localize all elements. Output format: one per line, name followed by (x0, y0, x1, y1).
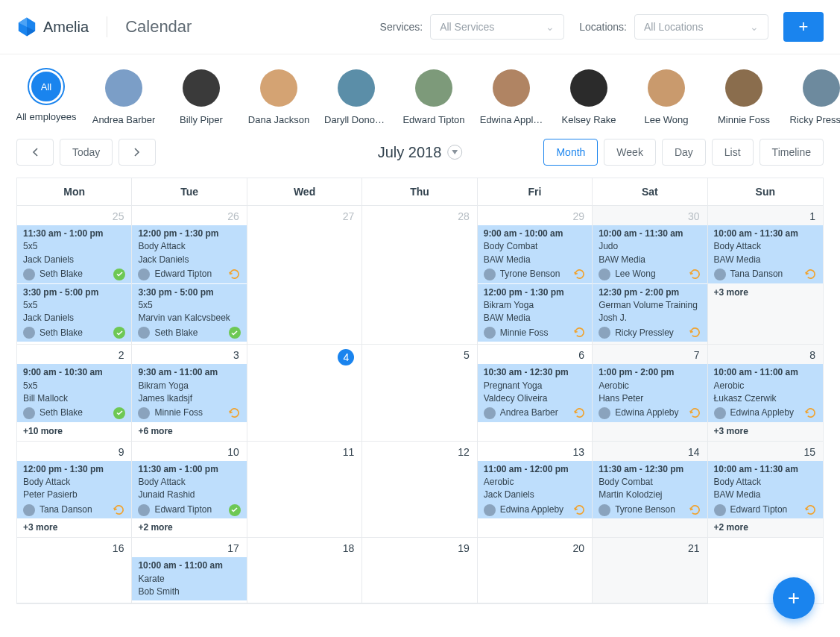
day-cell[interactable]: 299:00 am - 10:00 amBody CombatBAW Media… (478, 206, 593, 345)
calendar-event[interactable]: 11:30 am - 1:00 pm5x5Jack DanielsSeth Bl… (17, 225, 131, 283)
calendar-event[interactable]: 11:30 am - 12:30 pmBody CombatMartin Kol… (593, 461, 707, 519)
employee-filter-dana[interactable]: Dana Jackson (249, 69, 309, 125)
employee-name: Dana Jackson (248, 114, 309, 125)
day-cell[interactable]: 28 (362, 206, 477, 345)
locations-select[interactable]: All Locations ⌄ (634, 14, 768, 40)
calendar-event[interactable]: 1:00 pm - 2:00 pmAerobicHans PeterEdwina… (593, 364, 707, 422)
employee-filter-lee[interactable]: Lee Wong (637, 69, 696, 125)
day-cell[interactable]: 20 (478, 538, 593, 603)
day-cell[interactable]: 2511:30 am - 1:00 pm5x5Jack DanielsSeth … (17, 206, 132, 345)
more-events-link[interactable]: +2 more (708, 519, 823, 536)
prev-button[interactable] (16, 139, 54, 166)
employee-filter-ricky[interactable]: Ricky Pressley (792, 69, 840, 125)
day-cell[interactable]: 1311:00 am - 12:00 pmAerobicJack Daniels… (478, 442, 593, 539)
day-cell[interactable]: 110:00 am - 11:30 amBody AttackBAW Media… (708, 206, 823, 345)
day-cell[interactable]: 1510:00 am - 11:30 amBody AttackBAW Medi… (708, 442, 823, 539)
calendar-event[interactable]: 9:30 am - 11:00 amBikram YogaJames lkads… (132, 364, 246, 422)
more-events-link[interactable]: +2 more (132, 519, 246, 536)
day-cell[interactable]: 39:30 am - 11:00 amBikram YogaJames lkad… (132, 345, 247, 442)
view-tab-timeline[interactable]: Timeline (760, 139, 824, 166)
event-attendee: Tana Danson (23, 503, 125, 516)
day-cell[interactable]: 21 (593, 538, 707, 603)
avatar (599, 407, 610, 419)
calendar-event[interactable]: 10:00 am - 11:30 amBody AttackBAW MediaT… (708, 225, 823, 283)
event-client: BAW Media (484, 312, 586, 324)
services-select[interactable]: All Services ⌄ (430, 14, 564, 40)
day-cell[interactable]: 1411:30 am - 12:30 pmBody CombatMartin K… (593, 442, 707, 539)
employee-filter-all[interactable]: AllAll employees (16, 69, 76, 125)
view-tab-day[interactable]: Day (662, 139, 706, 166)
day-cell[interactable]: 810:00 am - 11:00 amAerobicŁukasz Czerwi… (708, 345, 823, 442)
view-tab-month[interactable]: Month (543, 139, 598, 166)
employee-filter-andrea[interactable]: Andrea Barber (94, 69, 154, 125)
event-attendee: Lee Wong (599, 268, 701, 280)
more-events-link[interactable]: +6 more (132, 423, 246, 439)
day-cell[interactable]: 19 (362, 538, 477, 603)
calendar-event[interactable]: 10:00 am - 11:30 amBody AttackBAW MediaE… (708, 461, 823, 519)
recurring-icon (805, 504, 816, 515)
event-status (574, 504, 586, 516)
employee-filter-daryll[interactable]: Daryll Donov… (326, 69, 386, 125)
calendar-event[interactable]: 3:30 pm - 5:00 pm5x5Jack DanielsSeth Bla… (17, 284, 131, 342)
employee-name: Kelsey Rake (562, 114, 616, 125)
day-cell[interactable]: 610:30 am - 12:30 pmPregnant YogaValdecy… (478, 345, 593, 442)
event-time: 11:00 am - 12:00 pm (484, 463, 586, 476)
calendar-event[interactable]: 11:30 am - 1:00 pmBody AttackJunaid Rash… (132, 461, 246, 519)
calendar-grid: MonTueWedThuFriSatSun 2511:30 am - 1:00 … (16, 178, 824, 604)
day-cell[interactable]: 11 (247, 442, 362, 539)
attendee-name: Edwina Appleby (730, 407, 794, 419)
day-cell[interactable]: 1011:30 am - 1:00 pmBody AttackJunaid Ra… (132, 442, 247, 539)
view-tab-week[interactable]: Week (604, 139, 656, 166)
more-events-link[interactable]: +3 more (708, 423, 823, 439)
logo[interactable]: Amelia (16, 16, 89, 37)
today-button[interactable]: Today (60, 139, 113, 166)
more-events-link[interactable]: +10 more (17, 423, 131, 439)
day-cell[interactable]: 1710:00 am - 11:00 amKarateBob Smith (132, 538, 247, 603)
calendar-event[interactable]: 12:00 pm - 1:30 pmBody AttackPeter Pasie… (17, 461, 131, 519)
caret-down-icon (452, 150, 458, 154)
employee-filter-minnie[interactable]: Minnie Foss (714, 69, 774, 125)
next-button[interactable] (119, 139, 156, 166)
calendar-event[interactable]: 10:00 am - 11:00 amKarateBob Smith (132, 557, 246, 600)
day-cell[interactable]: 3010:00 am - 11:30 amJudoBAW MediaLee Wo… (593, 206, 707, 345)
calendar-event[interactable]: 10:00 am - 11:30 amJudoBAW MediaLee Wong (593, 225, 707, 283)
day-cell[interactable]: 12 (362, 442, 477, 539)
calendar-event[interactable]: 11:00 am - 12:00 pmAerobicJack DanielsEd… (478, 461, 592, 519)
calendar-event[interactable]: 10:30 am - 12:30 pmPregnant YogaValdecy … (478, 364, 592, 422)
employee-filter-edwina[interactable]: Edwina Appl… (481, 69, 541, 125)
employee-filter-billy[interactable]: Billy Piper (171, 69, 231, 125)
day-cell[interactable]: 29:00 am - 10:30 am5x5Bill MallockSeth B… (17, 345, 132, 442)
plus-icon: + (788, 586, 800, 604)
day-cell[interactable]: 5 (362, 345, 477, 442)
day-cell[interactable]: 2612:00 pm - 1:30 pmBody AttackJack Dani… (132, 206, 247, 345)
add-button[interactable]: + (783, 12, 824, 42)
day-cell[interactable]: 4 (247, 345, 362, 442)
event-time: 12:30 pm - 2:00 pm (599, 286, 701, 299)
day-cell[interactable]: 18 (247, 538, 362, 603)
day-cell[interactable]: 16 (17, 538, 132, 603)
avatar (138, 504, 150, 516)
day-cell[interactable]: 27 (247, 206, 362, 345)
day-number: 3 (132, 345, 246, 364)
more-events-link[interactable]: +3 more (17, 519, 131, 536)
month-picker-button[interactable] (447, 145, 462, 160)
more-events-link[interactable]: +3 more (708, 284, 823, 301)
employee-filter-edward[interactable]: Edward Tipton (404, 69, 464, 125)
calendar-event[interactable]: 9:00 am - 10:00 amBody CombatBAW MediaTy… (478, 225, 592, 283)
calendar-event[interactable]: 12:00 pm - 1:30 pmBody AttackJack Daniel… (132, 225, 246, 283)
approved-icon (229, 327, 241, 339)
calendar-event[interactable]: 9:00 am - 10:30 am5x5Bill MallockSeth Bl… (17, 364, 131, 422)
day-cell[interactable]: 71:00 pm - 2:00 pmAerobicHans PeterEdwin… (593, 345, 707, 442)
calendar-event[interactable]: 12:30 pm - 2:00 pmGerman Volume Training… (593, 284, 707, 342)
calendar-event[interactable]: 10:00 am - 11:00 amAerobicŁukasz Czerwik… (708, 364, 823, 422)
employee-filter-kelsey[interactable]: Kelsey Rake (559, 69, 619, 125)
avatar (105, 69, 142, 107)
calendar-event[interactable]: 3:30 pm - 5:00 pm5x5Marvin van Kalcvsbee… (132, 284, 246, 342)
day-number: 17 (132, 538, 246, 557)
day-cell[interactable]: 912:00 pm - 1:30 pmBody AttackPeter Pasi… (17, 442, 132, 539)
day-number: 7 (593, 345, 707, 364)
calendar-event[interactable]: 12:00 pm - 1:30 pmBikram YogaBAW MediaMi… (478, 284, 592, 342)
event-service: Aerobic (599, 380, 701, 392)
event-service: Judo (599, 240, 701, 253)
view-tab-list[interactable]: List (712, 139, 754, 166)
